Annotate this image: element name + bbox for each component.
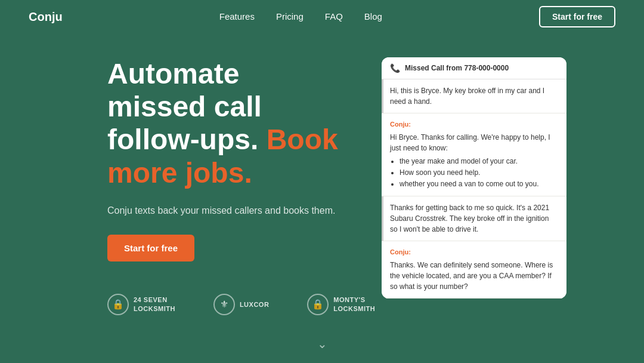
logo-24seven-text: 24 SEVENLOCKSMITH	[134, 296, 175, 313]
logo-montys: 🔒 MONTY'SLOCKSMITH	[307, 294, 375, 315]
chat-panel: 📞 Missed Call from 778-000-0000 Hi, this…	[382, 57, 566, 299]
main-content: Automate missed call follow-ups. Book mo…	[0, 33, 644, 316]
nav-link-features[interactable]: Features	[219, 11, 255, 21]
scroll-indicator[interactable]: ⌄	[317, 337, 327, 351]
phone-icon: 📞	[390, 63, 400, 73]
chat-message-2: Conju: Hi Bryce. Thanks for calling. We'…	[382, 113, 566, 196]
chat-message-4: Conju: Thanks. We can definitely send so…	[382, 241, 566, 299]
nav-link-faq[interactable]: FAQ	[325, 11, 343, 21]
hero-section: Automate missed call follow-ups. Book mo…	[107, 57, 346, 316]
headline-cta-word: Book	[267, 124, 338, 155]
headline-line4: more jobs.	[107, 157, 252, 189]
client-logos: 🔒 24 SEVENLOCKSMITH ⚜ LUXCOR 🔒 MONTY'SLO…	[107, 293, 346, 316]
hero-subtitle: Conju texts back your missed callers and…	[107, 204, 346, 218]
navbar: Conju Features Pricing FAQ Blog Start fo…	[0, 0, 644, 33]
bullet-1: the year make and model of your car.	[400, 156, 558, 167]
nav-link-blog[interactable]: Blog	[364, 11, 382, 21]
chat-messages: Hi, this is Bryce. My key broke off in m…	[382, 79, 566, 299]
nav-link-pricing[interactable]: Pricing	[276, 11, 304, 21]
conju-label-1: Conju:	[390, 119, 558, 130]
logo-24seven-icon: 🔒	[107, 294, 129, 315]
chat-message-1: Hi, this is Bryce. My key broke off in m…	[382, 79, 566, 113]
bullet-3: whether you need a van to come out to yo…	[400, 179, 558, 190]
hero-cta-button[interactable]: Start for free	[107, 235, 194, 262]
logo-luxcor-text: LUXCOR	[240, 300, 269, 309]
nav-logo[interactable]: Conju	[29, 10, 63, 24]
logo-luxcor: ⚜ LUXCOR	[213, 294, 269, 315]
missed-call-header: 📞 Missed Call from 778-000-0000	[382, 57, 566, 79]
missed-call-text: Missed Call from 778-000-0000	[405, 64, 509, 72]
logo-montys-icon: 🔒	[307, 294, 329, 315]
logo-24seven: 🔒 24 SEVENLOCKSMITH	[107, 294, 175, 315]
headline-line1: Automate	[107, 58, 239, 90]
logo-montys-text: MONTY'SLOCKSMITH	[333, 296, 375, 313]
hero-headline: Automate missed call follow-ups. Book mo…	[107, 57, 346, 189]
nav-cta-button[interactable]: Start for free	[539, 6, 615, 27]
headline-line2: missed call	[107, 91, 262, 122]
nav-links: Features Pricing FAQ Blog	[219, 11, 382, 22]
conju-label-2: Conju:	[390, 247, 558, 257]
chat-message-3: Thanks for getting back to me so quick. …	[382, 196, 566, 241]
bullet-2: How soon you need help.	[400, 167, 558, 179]
headline-line3: follow-ups.	[107, 124, 258, 155]
conju-bullet-list: the year make and model of your car. How…	[390, 156, 558, 190]
logo-luxcor-icon: ⚜	[213, 294, 235, 315]
